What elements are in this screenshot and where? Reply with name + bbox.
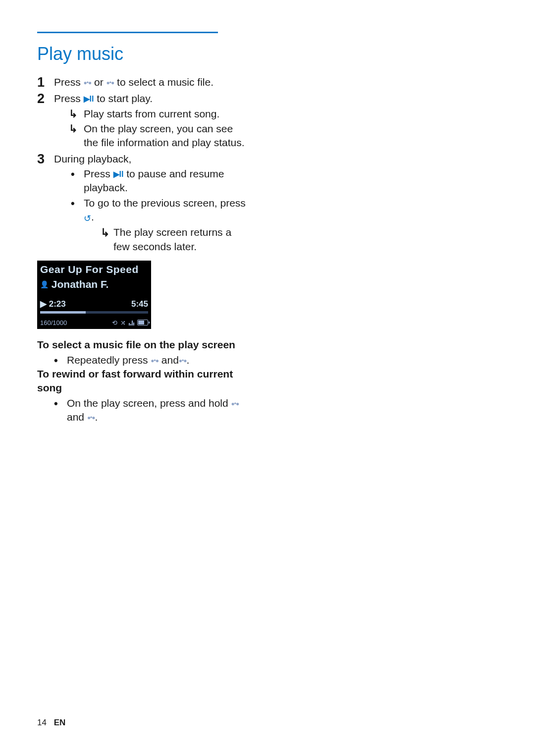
step-3: 3 During playback, Press ▶II to pause an… [37, 152, 248, 254]
step-body: Press ●•● or ●•● to select a music file. [54, 75, 248, 90]
dpad-up-icon: ●•● [84, 79, 92, 86]
section-heading: Play music [37, 42, 498, 66]
artist-name: Jonathan F. [52, 278, 109, 290]
dpad-down-icon: ●•● [179, 357, 187, 364]
step-number: 2 [37, 92, 54, 150]
text: To go to the previous screen, press [84, 197, 246, 209]
play-screen-preview: Gear Up For Speed 👤 Jonathan F. ▶ 2:23 5… [37, 261, 151, 329]
dpad-down-icon: ●•● [87, 414, 95, 421]
play-indicator: ▶ 2:23 [40, 299, 66, 310]
section-rule [37, 32, 218, 33]
battery-icon [137, 320, 148, 325]
substep: Play starts from current song. [69, 107, 248, 121]
text: During playback, [54, 153, 131, 164]
step-body: Press ▶II to start play. Play starts fro… [54, 92, 248, 150]
track-count: 160/1000 [40, 319, 67, 327]
text: . [91, 211, 94, 222]
text: or [91, 76, 106, 88]
total-time: 5:45 [131, 299, 148, 310]
song-artist: 👤 Jonathan F. [40, 277, 148, 291]
dpad-up-icon: ●•● [231, 400, 239, 407]
text: On the play screen, press and hold [67, 397, 231, 409]
step-number: 1 [37, 75, 54, 90]
shuffle-icon: ⤨ [120, 319, 126, 327]
text: to select a music file. [114, 76, 214, 88]
text: to start play. [94, 93, 153, 104]
repeat-icon: ⟲ [112, 319, 117, 327]
text: Press [84, 168, 113, 179]
substep: The play screen returns a few seconds la… [99, 225, 248, 254]
play-pause-icon: ▶II [113, 170, 124, 178]
progress-bar [40, 311, 148, 314]
text: . [187, 354, 190, 366]
step-body: During playback, Press ▶II to pause and … [54, 152, 248, 254]
page-number: 14 [37, 718, 47, 727]
substep: On the play screen, you can see the file… [69, 122, 248, 150]
bullet: On the play screen, press and hold ●•● a… [52, 396, 250, 425]
sub-heading: To select a music file on the play scree… [37, 338, 250, 352]
dpad-down-icon: ●•● [107, 79, 114, 86]
play-pause-icon: ▶II [84, 95, 94, 103]
text: and [159, 354, 179, 366]
step-1: 1 Press ●•● or ●•● to select a music fil… [37, 75, 248, 90]
dpad-up-icon: ●•● [151, 357, 159, 364]
elapsed-time: 2:23 [49, 299, 66, 309]
step-2: 2 Press ▶II to start play. Play starts f… [37, 92, 248, 150]
page-footer: 14 EN [37, 717, 65, 729]
bullet: Press ▶II to pause and resume playback. [69, 167, 248, 195]
equalizer-icon [129, 320, 134, 325]
artist-icon: 👤 [40, 280, 49, 288]
text: . [95, 411, 98, 423]
language-code: EN [54, 718, 66, 727]
text: and [67, 411, 87, 423]
back-icon: ↻ [84, 213, 91, 224]
text: Press [54, 76, 84, 88]
song-title: Gear Up For Speed [40, 263, 148, 276]
text: Press [54, 93, 84, 104]
step-number: 3 [37, 152, 54, 254]
sub-heading: To rewind or fast forward within current… [37, 367, 250, 395]
bullet: To go to the previous screen, press ↻. T… [69, 196, 248, 254]
bullet: Repeatedly press ●•● and●•●. [52, 353, 250, 367]
text: Repeatedly press [67, 354, 151, 366]
